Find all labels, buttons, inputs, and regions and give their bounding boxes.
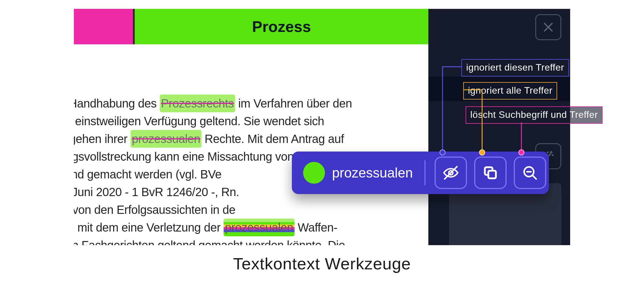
ignore-all-hits-button[interactable] (474, 157, 507, 189)
term-color-dot (303, 162, 325, 184)
document-viewport: e Handhabung des Prozessrechts im Verfah… (74, 44, 428, 245)
ignore-this-hit-button[interactable] (435, 157, 467, 189)
search-hit-active[interactable]: prozessualen (224, 219, 295, 236)
close-button[interactable] (535, 14, 561, 40)
context-toolbar: prozessualen (292, 152, 549, 194)
figure-caption: Textkontext Werkzeuge (0, 254, 644, 273)
doc-text-fragment: elf, mit dem eine Verletzung der (74, 221, 224, 234)
header-dark-region (428, 9, 570, 44)
toolbar-divider (424, 160, 426, 185)
doc-text-fragment: Rechte. Mit dem Antrag auf (201, 132, 344, 145)
doc-text-line: er von den Erfolgsaussichten in de (74, 201, 417, 219)
doc-text-fragment: ergehen ihrer (74, 132, 131, 145)
callout-ignore-all: ignoriert alle Treffer (463, 82, 557, 100)
delete-term-button[interactable] (514, 157, 546, 189)
callout-ignore-one: ignoriert diesen Treffer (461, 59, 569, 76)
search-hit[interactable]: Prozessrechts (160, 95, 235, 112)
header-accent-magenta (74, 9, 133, 44)
callout-delete: löscht Suchbegriff und Treffer (466, 106, 603, 124)
app-header: Prozess (74, 9, 570, 44)
doc-text-line: en einstweiligen Verfügung geltend. Sie … (74, 112, 417, 130)
eye-off-icon (443, 165, 459, 181)
figure-stage: Prozess e Handhabung des Prozessrechts i… (74, 9, 570, 245)
close-icon (542, 21, 555, 34)
zoom-out-icon (522, 165, 538, 181)
context-term-label: prozessualen (332, 165, 413, 181)
header-title-bar: Prozess (133, 9, 428, 44)
header-title: Prozess (252, 18, 311, 35)
doc-text-fragment: Waffen- (295, 221, 337, 234)
doc-text-fragment: im Verfahren über den (235, 97, 352, 110)
overlap-squares-icon (482, 165, 499, 181)
search-hit[interactable]: prozessualen (131, 130, 201, 148)
doc-text-fragment: e Handhabung des (74, 97, 160, 110)
svg-rect-2 (488, 171, 496, 178)
doc-text-line: den Fachgerichten geltend gemacht werden… (74, 236, 417, 245)
